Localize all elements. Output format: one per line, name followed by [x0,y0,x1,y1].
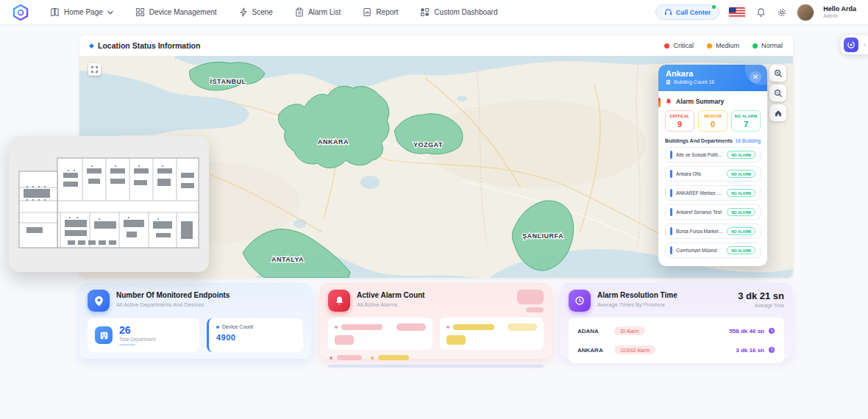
headset-icon [664,8,672,16]
legend-label: Medium [716,42,739,49]
dashboard-page: Home Page Device Management Scene [0,0,868,419]
building-name: ANKAREF Merkez - Test [676,190,723,196]
stat-value: 9 [666,120,693,129]
no-alarm-badge: NO ALARM [727,227,755,235]
status-legend: Critical Medium Normal [664,42,783,49]
alarm-stats: CRITICAL 9 MEDIUM 0 NO ALARM 7 [665,110,761,132]
card-subtitle: Average Times By Province [597,301,677,308]
bell-icon [756,7,766,18]
report-icon [363,7,371,17]
building-list-item[interactable]: Aile ve Sosyal Politikala... NO ALARM [665,147,761,162]
nav-item-device-management[interactable]: Device Management [135,7,217,17]
chat-logo-icon [844,37,858,52]
legend-label: Critical [673,42,694,49]
alarm-legend-skeleton [328,355,544,360]
device-count-label: Device Count [222,324,253,329]
province-times-table: ADANA 30 Alarm 558 dk 46 sn ANKARA 10306… [569,318,784,363]
medium-dot [707,43,712,49]
building-list-item[interactable]: Bursa Furpa Market Test NO ALARM [665,223,761,239]
nav-label: Home Page [64,8,103,16]
ankara-popup: Ankara Building Count 16 ✕ [658,65,767,266]
total-department-tile[interactable]: 26 Total Department [88,318,199,352]
resolution-time: 558 dk 46 sn [729,328,764,334]
legend-normal: Normal [753,42,783,49]
siren-icon [665,98,672,105]
app-logo-icon[interactable] [12,4,29,21]
top-navbar: Home Page Device Management Scene [0,0,868,25]
panel-header: Location Status Information Critical Med… [79,35,793,56]
nav-label: Scene [252,8,273,16]
nav-item-report[interactable]: Report [363,7,398,17]
nav-label: Alarm List [308,8,341,16]
zoom-in-icon [774,69,783,78]
department-icon [95,326,113,344]
label-istanbul: İSTANBUL [210,78,246,85]
label-ankara: ANKARA [318,138,349,146]
active-alarm-card: Active Alarm Count All Active Alarms [320,283,552,359]
call-center-label: Call Center [676,9,711,16]
panel-title: Location Status Information [98,41,200,50]
province-name: ANKARA [577,347,614,354]
skeleton-dot-red [330,357,332,359]
user-info[interactable]: Hello Arda Admin [823,5,856,18]
building-list-item[interactable]: Ankara Ofis NO ALARM [665,166,761,182]
building-list-item[interactable]: Cumhuriyet Müzesi NO ALARM [665,243,761,258]
building-list-item[interactable]: Ankaref Senaryo Test NO ALARM [665,204,761,220]
settings-button[interactable] [776,7,788,18]
building-list-item[interactable]: ANKAREF Merkez - Test NO ALARM [665,185,761,201]
map-zoom-in-button[interactable] [769,65,786,82]
device-count-dot [216,326,219,329]
item-accent-bar [670,227,672,235]
language-flag-us[interactable] [729,7,745,18]
alarm-count-badge: 30 Alarm [614,326,645,335]
no-alarm-badge: NO ALARM [727,246,755,254]
user-avatar[interactable] [797,4,814,21]
map-home-button[interactable] [769,104,786,121]
stat-no-alarm: NO ALARM 7 [731,110,761,132]
nav-item-home-page[interactable]: Home Page [50,7,113,17]
alarm-count-badge: 103062 Alarm [614,345,655,354]
stat-value: 0 [700,120,726,129]
expand-icon [91,66,98,73]
stat-medium: MEDIUM 0 [698,110,728,132]
device-count-tile[interactable]: Device Count 4900 [207,318,303,352]
summary-accent-bar [658,98,661,107]
map-zoom-out-button[interactable] [769,85,786,101]
buildings-list-title: Buildings And Departments [665,138,733,143]
card-title: Alarm Resolution Time [597,290,677,299]
building-name: Cumhuriyet Müzesi [676,248,723,253]
scroll-track[interactable] [328,365,544,368]
province-row[interactable]: ANKARA 103062 Alarm 3 dk 16 sn [577,340,775,359]
nav-label: Report [376,8,398,16]
support-chat-widget[interactable]: ‹ [841,35,868,54]
card-header: Active Alarm Count All Active Alarms [328,290,544,312]
clock-icon [574,296,585,306]
stat-label: MEDIUM [700,114,726,118]
nav-item-scene[interactable]: Scene [239,7,273,17]
critical-dot [664,43,669,49]
notifications-button[interactable] [755,7,766,18]
map-fullscreen-button[interactable] [88,63,101,76]
dashboard-icon [420,7,430,17]
popup-header: Ankara Building Count 16 ✕ [658,65,767,91]
card-header: Alarm Resolution Time Average Times By P… [569,290,784,312]
building-name: Ankara Ofis [676,171,723,176]
popup-close-button[interactable]: ✕ [750,71,761,83]
card-title: Number Of Monitored Endpoints [116,290,230,299]
collapse-chevron-icon: ‹ [864,41,866,49]
average-label: Average Time [738,303,784,308]
book-icon [50,7,60,17]
item-accent-bar [670,246,672,254]
buildings-list: Aile ve Sosyal Politikala... NO ALARM An… [665,147,761,258]
online-status-dot [712,5,716,9]
lightning-icon [239,7,248,17]
chevron-down-icon [107,10,113,15]
nav-item-custom-dashboard[interactable]: Custom Dashboard [420,7,497,17]
nav-item-alarm-list[interactable]: Alarm List [295,7,341,17]
alarm-card-icon [328,290,350,312]
floor-plan-overlay[interactable] [9,136,209,272]
call-center-button[interactable]: Call Center [655,4,720,20]
stat-value: 7 [733,120,759,129]
average-block: 3 dk 21 sn Average Time [738,290,784,308]
province-row[interactable]: ADANA 30 Alarm 558 dk 46 sn [577,321,775,340]
